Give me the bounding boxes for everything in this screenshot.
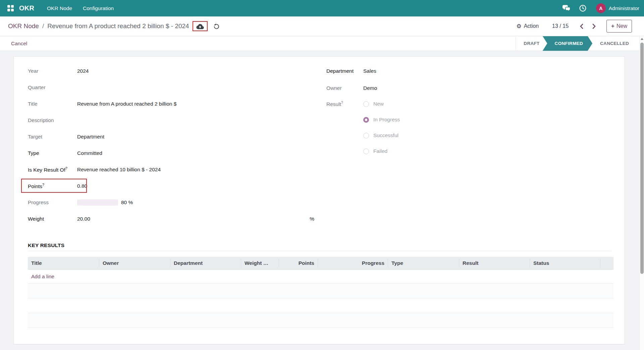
field-is-key-result-of: Is Key Result Of? Revenue reached 10 bil… <box>28 165 319 174</box>
empty-table-row <box>28 313 613 328</box>
field-type: Type Committed <box>28 149 319 158</box>
user-name: Administrator <box>609 5 639 11</box>
column-weight[interactable]: Weight … <box>241 259 279 268</box>
title-label: Title <box>28 101 77 107</box>
content-area: Year 2024 Quarter Title Revenue from A p… <box>0 51 644 350</box>
menu-configuration[interactable]: Configuration <box>77 0 119 16</box>
control-panel: OKR Node / Revenue from A product reache… <box>0 16 644 36</box>
owner-value[interactable]: Demo <box>363 85 611 91</box>
pager-next-button[interactable] <box>590 22 598 31</box>
scrollbar-up-arrow[interactable] <box>640 36 644 42</box>
column-result[interactable]: Result <box>459 259 530 268</box>
quarter-label: Quarter <box>28 84 77 91</box>
radio-icon <box>363 101 369 107</box>
description-label: Description <box>28 117 77 123</box>
result-option-successful[interactable]: Successful <box>363 132 400 139</box>
new-record-button[interactable]: + New <box>606 20 632 33</box>
column-points[interactable]: Points <box>279 259 318 268</box>
points-label: Points? <box>28 183 77 189</box>
stage-draft[interactable]: DRAFT <box>516 36 547 51</box>
empty-table-row <box>28 328 613 343</box>
column-progress[interactable]: Progress <box>318 259 388 268</box>
column-extra <box>600 259 613 268</box>
field-result: Result? New In Progress Successful <box>326 101 611 155</box>
form-statusbar-row: Cancel DRAFT CONFIRMED CANCELLED <box>0 36 644 51</box>
vertical-scrollbar <box>639 36 644 350</box>
breadcrumb-separator: / <box>42 22 44 30</box>
menu-okr-node[interactable]: OKR Node <box>42 0 77 16</box>
plus-icon: + <box>611 23 614 30</box>
column-type[interactable]: Type <box>388 259 459 268</box>
add-line-row: Add a line <box>28 270 613 284</box>
empty-table-row <box>28 284 613 298</box>
annotation-box-save <box>193 21 208 31</box>
app-title[interactable]: OKR <box>19 4 34 12</box>
field-description: Description <box>28 116 319 125</box>
progress-percent-text: 80 % <box>121 199 133 206</box>
field-progress: Progress 80 % <box>28 198 319 207</box>
help-marker: ? <box>42 183 44 187</box>
weight-label: Weight <box>28 216 77 222</box>
weight-value[interactable]: 20.00 <box>77 216 90 222</box>
column-department[interactable]: Department <box>170 259 241 268</box>
radio-icon-checked <box>363 117 369 123</box>
result-option-failed[interactable]: Failed <box>363 148 400 155</box>
cloud-save-icon[interactable] <box>196 23 204 30</box>
field-weight: Weight 20.00 % <box>28 215 319 223</box>
year-value[interactable]: 2024 <box>77 68 319 74</box>
empty-table-row <box>28 298 613 313</box>
scrollbar-thumb[interactable] <box>640 43 644 274</box>
add-a-line-link[interactable]: Add a line <box>31 274 54 280</box>
help-marker: ? <box>65 166 67 170</box>
discard-undo-icon[interactable] <box>213 23 220 30</box>
department-value[interactable]: Sales <box>363 68 611 74</box>
pager-value[interactable]: 13 / 15 <box>552 23 569 29</box>
radio-icon <box>363 133 369 138</box>
field-points: Points? 0.80 <box>28 182 319 190</box>
breadcrumb-current: Revenue from A product reached 2 billion… <box>47 22 189 30</box>
activities-clock-icon[interactable] <box>579 4 587 12</box>
weight-widget: 20.00 % <box>77 216 319 222</box>
progress-bar <box>77 199 118 206</box>
cancel-button[interactable]: Cancel <box>11 41 27 47</box>
target-value[interactable]: Department <box>77 134 319 140</box>
is-key-result-of-label: Is Key Result Of? <box>28 166 77 173</box>
field-department: Department Sales <box>326 67 611 75</box>
gear-icon: ⚙ <box>516 23 521 29</box>
messages-icon[interactable] <box>562 5 571 12</box>
action-label: Action <box>524 23 539 29</box>
radio-icon <box>363 149 369 154</box>
stage-confirmed-active[interactable]: CONFIRMED <box>543 36 592 51</box>
owner-label: Owner <box>326 85 363 91</box>
progress-widget: 80 % <box>77 199 319 206</box>
section-divider <box>28 251 611 251</box>
progress-label: Progress <box>28 199 77 206</box>
result-option-in-progress-selected[interactable]: In Progress <box>363 116 400 123</box>
title-value[interactable]: Revenue from A product reached 2 billion… <box>77 101 319 107</box>
user-menu[interactable]: A Administrator <box>596 3 639 13</box>
field-title: Title Revenue from A product reached 2 b… <box>28 100 319 108</box>
pager-previous-button[interactable] <box>577 22 586 31</box>
key-results-table-header: Title Owner Department Weight … Points P… <box>28 257 613 270</box>
result-radio-group: New In Progress Successful Failed <box>363 101 400 155</box>
result-label: Result? <box>326 101 363 107</box>
breadcrumb-parent-link[interactable]: OKR Node <box>8 22 39 30</box>
column-owner[interactable]: Owner <box>99 259 170 268</box>
type-label: Type <box>28 150 77 156</box>
result-option-new[interactable]: New <box>363 101 400 107</box>
year-label: Year <box>28 68 77 74</box>
apps-menu-icon[interactable] <box>7 5 14 11</box>
column-title[interactable]: Title <box>28 259 99 268</box>
stage-cancelled[interactable]: CANCELLED <box>592 36 637 51</box>
field-owner: Owner Demo <box>326 84 611 93</box>
weight-suffix: % <box>310 216 319 222</box>
action-menu-button[interactable]: ⚙ Action <box>516 23 539 29</box>
field-target: Target Department <box>28 132 319 141</box>
top-navbar: OKR OKR Node Configuration A Administrat… <box>0 0 644 16</box>
form-sheet: Year 2024 Quarter Title Revenue from A p… <box>13 56 625 344</box>
is-key-result-of-value[interactable]: Revenue reached 10 billion $ - 2024 <box>77 167 319 173</box>
type-value[interactable]: Committed <box>77 150 319 156</box>
avatar: A <box>596 3 606 13</box>
column-status[interactable]: Status <box>530 259 600 268</box>
target-label: Target <box>28 134 77 140</box>
